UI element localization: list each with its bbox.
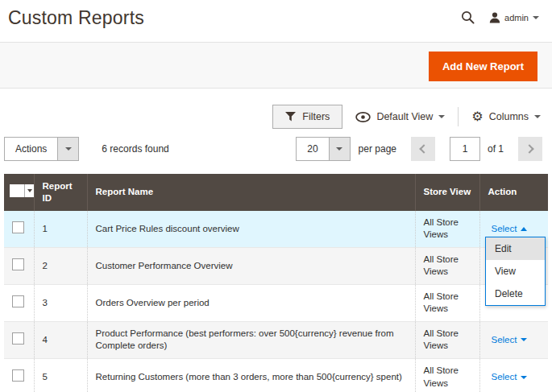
- table-row: 1 Cart Price Rules discount overview All…: [4, 211, 548, 248]
- page-title: Custom Reports: [8, 7, 144, 29]
- select-all-dropdown[interactable]: [24, 184, 34, 197]
- report-name-cell: Customer Performance Overview: [87, 247, 415, 284]
- report-name-cell: Product Performance (best performers: ov…: [87, 321, 415, 358]
- report-id-cell: 2: [34, 247, 87, 284]
- column-header-report-name[interactable]: Report Name: [87, 174, 415, 211]
- store-view-cell: All Store Views: [415, 359, 479, 392]
- row-checkbox[interactable]: [12, 332, 24, 345]
- row-checkbox[interactable]: [12, 369, 24, 382]
- chevron-left-icon: [420, 144, 429, 153]
- records-found-text: 6 records found: [102, 143, 168, 155]
- chevron-down-icon: [521, 338, 527, 341]
- row-checkbox[interactable]: [12, 221, 24, 233]
- chevron-up-icon: [521, 227, 527, 231]
- chevron-right-icon: [525, 144, 533, 153]
- row-action-select[interactable]: Select: [492, 223, 528, 236]
- chevron-down-icon: [533, 16, 539, 19]
- toolbar-divider: [458, 107, 459, 126]
- search-icon: [461, 10, 475, 24]
- select-label: Select: [492, 334, 517, 347]
- add-new-report-button[interactable]: Add New Report: [429, 52, 537, 81]
- menu-item-view[interactable]: View: [486, 260, 545, 283]
- row-checkbox[interactable]: [12, 258, 24, 270]
- menu-item-delete[interactable]: Delete: [486, 283, 545, 305]
- per-page-label: per page: [359, 143, 396, 155]
- eye-icon: [355, 112, 371, 122]
- table-row: 5 Returning Customers (more than 3 order…: [4, 359, 548, 392]
- menu-item-edit[interactable]: Edit: [486, 237, 545, 260]
- total-pages-label: of 1: [488, 143, 504, 155]
- chevron-down-icon: [534, 115, 541, 118]
- checkbox: [10, 184, 24, 197]
- previous-page-button[interactable]: [411, 137, 435, 161]
- page-actions-band: Add New Report: [0, 42, 552, 89]
- page-size-value: 20: [297, 138, 328, 160]
- report-id-cell: 1: [34, 211, 87, 248]
- store-view-cell: All Store Views: [415, 321, 479, 358]
- report-id-cell: 3: [34, 284, 87, 321]
- actions-select-label: Actions: [5, 138, 57, 160]
- column-header-store-view[interactable]: Store View: [415, 174, 479, 211]
- select-label: Select: [492, 223, 517, 236]
- chevron-down-icon: [336, 147, 342, 151]
- row-action-menu: Edit View Delete: [485, 237, 546, 306]
- row-checkbox[interactable]: [12, 295, 24, 307]
- store-view-cell: All Store Views: [415, 211, 479, 248]
- user-icon: [489, 12, 500, 23]
- username-label: admin: [504, 13, 529, 23]
- table-row: 3 Orders Overview per period All Store V…: [4, 284, 548, 321]
- grid-toolbar: Filters Default View ⚙ Columns: [0, 89, 552, 129]
- chevron-down-icon: [521, 376, 527, 379]
- page-size-arrow[interactable]: [329, 138, 350, 160]
- reports-grid: Report ID Report Name Store View Action …: [4, 174, 548, 392]
- admin-user-menu[interactable]: admin: [489, 12, 539, 23]
- row-action-select[interactable]: Select: [492, 371, 528, 384]
- filters-label: Filters: [302, 111, 330, 122]
- store-view-cell: All Store Views: [415, 247, 479, 284]
- store-view-cell: All Store Views: [415, 284, 479, 321]
- chevron-down-icon: [27, 189, 32, 192]
- report-id-cell: 5: [34, 359, 87, 392]
- select-label: Select: [492, 371, 517, 384]
- current-page-input[interactable]: [450, 137, 480, 161]
- filters-button[interactable]: Filters: [272, 105, 342, 129]
- next-page-button[interactable]: [518, 137, 542, 161]
- row-action-select[interactable]: Select: [492, 334, 528, 347]
- report-name-cell: Returning Customers (more than 3 orders,…: [87, 359, 415, 392]
- select-all-checkbox[interactable]: [10, 184, 34, 197]
- grid-header-row: Report ID Report Name Store View Action: [4, 174, 548, 211]
- column-header-action[interactable]: Action: [479, 174, 548, 211]
- view-bookmarks-control[interactable]: Default View: [355, 111, 445, 122]
- chevron-down-icon: [65, 147, 72, 151]
- filter-funnel-icon: [285, 112, 296, 122]
- gear-icon: ⚙: [471, 110, 483, 123]
- actions-select-arrow[interactable]: [57, 138, 78, 160]
- search-button[interactable]: [461, 10, 475, 24]
- table-row: 2 Customer Performance Overview All Stor…: [4, 247, 548, 284]
- columns-label: Columns: [489, 111, 529, 122]
- report-id-cell: 4: [34, 321, 87, 358]
- actions-select[interactable]: Actions: [4, 137, 79, 161]
- columns-control[interactable]: ⚙ Columns: [471, 110, 541, 123]
- report-name-cell: Cart Price Rules discount overview: [87, 211, 415, 248]
- page-header: Custom Reports admin: [0, 0, 552, 42]
- actions-bar: Actions 6 records found 20 per page of 1: [0, 129, 552, 169]
- page-size-select[interactable]: 20: [296, 137, 350, 161]
- report-name-cell: Orders Overview per period: [87, 284, 415, 321]
- chevron-down-icon: [438, 115, 445, 118]
- view-label: Default View: [376, 111, 433, 122]
- select-all-header: [4, 174, 34, 211]
- table-row: 4 Product Performance (best performers: …: [4, 321, 548, 358]
- header-actions: admin: [461, 10, 539, 24]
- column-header-report-id[interactable]: Report ID: [34, 174, 87, 211]
